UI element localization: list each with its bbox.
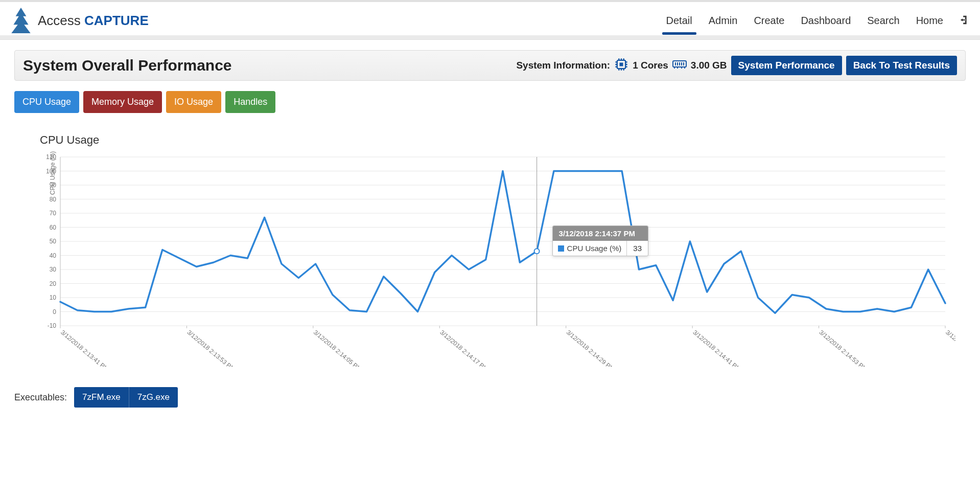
cpu-usage-chart[interactable]: -1001020304050607080901001103/12/2018 2:… [25,152,955,367]
svg-text:3/12/2018 2:14:53 PM: 3/12/2018 2:14:53 PM [818,329,869,367]
system-info-label: System Information: [516,60,610,71]
svg-text:40: 40 [50,252,57,259]
svg-text:60: 60 [50,224,57,231]
nav-create[interactable]: Create [753,6,785,36]
topbar: Access CAPTURE Detail Admin Create Dashb… [0,0,980,40]
chart-title: CPU Usage [40,133,955,147]
nav-admin[interactable]: Admin [708,6,739,36]
cpu-icon [614,57,628,74]
svg-text:80: 80 [50,196,57,203]
executables-label: Executables: [14,392,67,403]
tab-cpu-usage[interactable]: CPU Usage [14,91,79,113]
tooltip-time: 3/12/2018 2:14:37 PM [553,226,648,241]
svg-point-47 [534,249,540,254]
svg-text:30: 30 [50,266,57,273]
logout-icon[interactable] [959,14,970,28]
executable-item[interactable]: 7zG.exe [129,387,178,408]
cores-value: 1 Cores [633,60,668,71]
svg-text:70: 70 [50,210,57,217]
system-info: System Information: 1 Cores 3.00 GB Syst… [516,56,957,75]
tab-io-usage[interactable]: IO Usage [166,91,221,113]
y-axis-label: CPU Usage (%) [49,151,56,195]
svg-text:20: 20 [50,280,57,287]
tooltip-swatch [558,245,564,252]
svg-text:3/12/2018 2:14:17 PM: 3/12/2018 2:14:17 PM [438,329,489,367]
metric-tabs: CPU Usage Memory Usage IO Usage Handles [14,91,966,113]
nav-home[interactable]: Home [915,6,944,36]
nav-search[interactable]: Search [866,6,900,36]
back-to-results-button[interactable]: Back To Test Results [846,56,957,75]
nav-dashboard[interactable]: Dashboard [800,6,852,36]
svg-text:3/12/2018 2:13:53 PM: 3/12/2018 2:13:53 PM [186,329,237,367]
executable-item[interactable]: 7zFM.exe [74,387,129,408]
chart-container: CPU Usage CPU Usage (%) -100102030405060… [14,133,966,367]
tab-memory-usage[interactable]: Memory Usage [83,91,162,113]
memory-value: 3.00 GB [691,60,727,71]
page-header: System Overall Performance System Inform… [14,50,966,81]
tooltip-series-name: CPU Usage (%) [567,244,622,253]
svg-text:0: 0 [53,308,56,315]
executables-row: Executables: 7zFM.exe 7zG.exe [14,387,966,408]
svg-text:3/12/2018 2:14:29 PM: 3/12/2018 2:14:29 PM [565,329,616,367]
svg-text:50: 50 [50,238,57,245]
svg-text:10: 10 [50,294,57,301]
tab-handles[interactable]: Handles [225,91,275,113]
page-title: System Overall Performance [23,57,232,74]
executables-group: 7zFM.exe 7zG.exe [74,387,178,408]
svg-text:3/12/2018 2:15: 3/12/2018 2:15 [944,329,955,360]
svg-rect-1 [620,62,623,66]
chart-tooltip: 3/12/2018 2:14:37 PM CPU Usage (%) 33 [552,226,648,256]
system-performance-button[interactable]: System Performance [731,56,842,75]
brand: Access CAPTURE [10,7,149,35]
svg-text:3/12/2018 2:13:41 PM: 3/12/2018 2:13:41 PM [59,329,110,367]
memory-icon [672,57,687,74]
svg-text:-10: -10 [48,322,57,329]
tooltip-value: 33 [626,241,648,256]
brand-text: Access CAPTURE [38,13,149,29]
top-nav: Detail Admin Create Dashboard Search Hom… [665,6,970,36]
svg-text:3/12/2018 2:14:41 PM: 3/12/2018 2:14:41 PM [691,329,742,367]
svg-text:3/12/2018 2:14:05 PM: 3/12/2018 2:14:05 PM [312,329,363,367]
logo-icon [10,7,32,35]
nav-detail[interactable]: Detail [665,6,693,36]
